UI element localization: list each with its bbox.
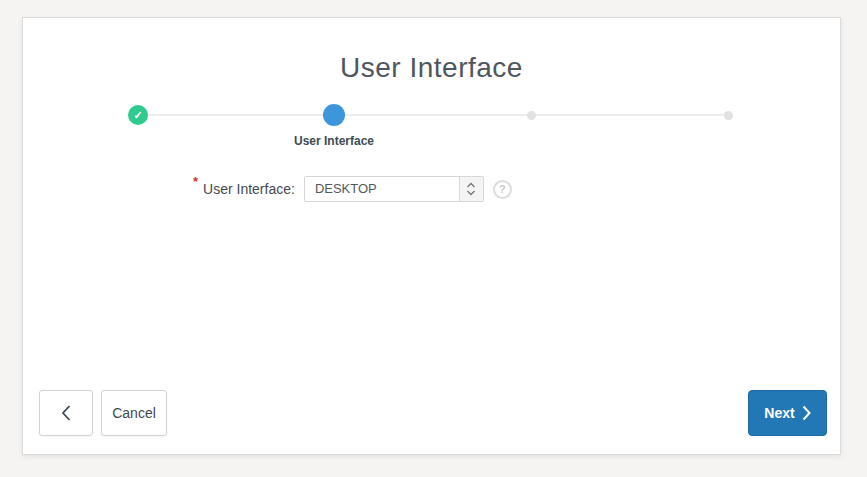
- user-interface-select[interactable]: DESKTOP: [304, 176, 484, 202]
- check-icon: ✓: [133, 109, 142, 122]
- cancel-button-label: Cancel: [112, 405, 156, 421]
- select-arrows-icon[interactable]: [459, 177, 483, 201]
- page-background: { "header": { "title": "User Interface" …: [0, 0, 867, 477]
- next-button[interactable]: Next: [748, 390, 827, 436]
- cancel-button[interactable]: Cancel: [101, 390, 167, 436]
- wizard-card: User Interface ✓ User Interface * User I…: [22, 17, 841, 455]
- wizard-progress-line: [138, 114, 728, 116]
- chevron-right-icon: [802, 405, 811, 421]
- wizard-step-complete: ✓: [128, 105, 148, 125]
- wizard-step-upcoming-1: [527, 111, 536, 120]
- help-icon[interactable]: ?: [493, 180, 512, 199]
- user-interface-select-value: DESKTOP: [305, 177, 459, 201]
- back-button[interactable]: [39, 390, 93, 436]
- wizard-step-current: [323, 104, 345, 126]
- page-title: User Interface: [23, 52, 840, 84]
- chevron-left-icon: [60, 404, 72, 422]
- wizard-step-upcoming-2: [724, 111, 733, 120]
- user-interface-field-label: User Interface:: [203, 181, 295, 197]
- next-button-label: Next: [764, 405, 794, 421]
- user-interface-field-row: * User Interface: DESKTOP ?: [193, 176, 512, 202]
- required-asterisk: *: [193, 174, 198, 189]
- wizard-current-step-label: User Interface: [294, 134, 374, 148]
